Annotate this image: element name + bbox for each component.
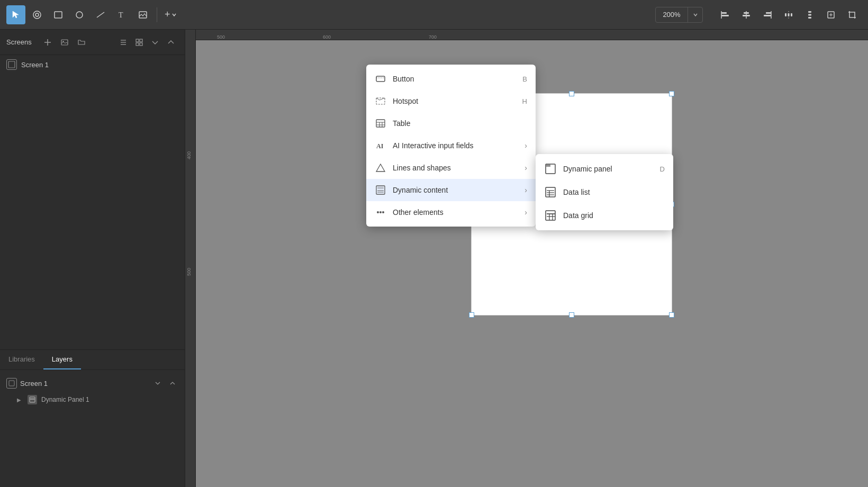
resize-handle-tr[interactable] xyxy=(669,91,674,96)
ruler-ticks xyxy=(196,30,868,40)
add-folder-btn[interactable] xyxy=(74,35,89,50)
svg-rect-58 xyxy=(546,187,555,197)
separator-1 xyxy=(157,7,157,22)
dynamic-submenu: Dynamic panel D Data list Data grid xyxy=(536,154,673,230)
screens-actions xyxy=(40,35,89,50)
select-tool[interactable] xyxy=(6,5,25,24)
svg-point-55 xyxy=(382,211,384,213)
view-toggles xyxy=(116,35,178,50)
align-center-btn[interactable] xyxy=(737,5,756,24)
dynamic-panel-shortcut: D xyxy=(660,165,665,173)
shapes-icon xyxy=(375,162,386,174)
ai-icon: AI xyxy=(375,140,386,151)
svg-point-53 xyxy=(377,211,379,213)
pen-tool[interactable] xyxy=(28,5,47,24)
left-sidebar: Screens xyxy=(0,30,185,487)
data-grid-icon xyxy=(544,209,557,222)
menu-item-hotspot[interactable]: Hotspot H xyxy=(366,90,536,112)
submenu-item-dynamic-panel[interactable]: Dynamic panel D xyxy=(536,157,673,181)
shapes-submenu-arrow: › xyxy=(525,164,527,172)
svg-rect-35 xyxy=(30,397,35,402)
svg-text:AI: AI xyxy=(376,142,384,150)
circle-tool[interactable] xyxy=(70,5,89,24)
resize-handle-bl[interactable] xyxy=(469,312,474,318)
zoom-dropdown-btn[interactable] xyxy=(688,7,702,22)
add-menu: Button B Hotspot H Table AI xyxy=(366,65,536,227)
svg-rect-18 xyxy=(791,13,792,16)
resize-handle-tm[interactable] xyxy=(569,91,574,96)
svg-line-40 xyxy=(376,98,379,100)
layer-item-name: Dynamic Panel 1 xyxy=(41,396,89,403)
svg-rect-16 xyxy=(785,13,786,16)
layers-tabs: Libraries Layers xyxy=(0,350,185,370)
resize-btn[interactable] xyxy=(821,5,840,24)
menu-item-ai[interactable]: AI AI Interactive input fields › xyxy=(366,134,536,157)
ruler-mark-400: 400 xyxy=(186,151,192,159)
crop-btn[interactable] xyxy=(843,5,862,24)
layer-expand-btn[interactable]: ▶ xyxy=(15,395,23,404)
menu-item-dynamic-label: Dynamic content xyxy=(393,186,518,194)
add-screen-btn[interactable] xyxy=(40,35,55,50)
dynamic-panel-label: Dynamic panel xyxy=(563,165,654,173)
data-list-icon xyxy=(544,186,557,199)
svg-rect-7 xyxy=(721,12,727,14)
menu-item-shapes-label: Lines and shapes xyxy=(393,164,518,172)
resize-handle-br[interactable] xyxy=(669,312,674,318)
screen-1-item[interactable]: Screen 1 xyxy=(0,55,185,74)
svg-rect-31 xyxy=(136,43,139,46)
svg-rect-36 xyxy=(30,399,34,400)
sort-up-btn[interactable] xyxy=(164,35,178,50)
svg-rect-42 xyxy=(376,120,385,127)
add-image-btn[interactable] xyxy=(57,35,72,50)
image-tool[interactable] xyxy=(133,5,152,24)
rectangle-tool[interactable] xyxy=(49,5,68,24)
menu-item-hotspot-shortcut: H xyxy=(522,97,527,105)
layers-panel: Libraries Layers Screen 1 xyxy=(0,349,185,487)
svg-point-3 xyxy=(76,12,83,18)
grid-view-btn[interactable] xyxy=(132,35,147,50)
text-tool[interactable]: T xyxy=(112,5,131,24)
resize-handle-bm[interactable] xyxy=(569,312,574,318)
dynamic-panel-icon xyxy=(544,163,557,175)
distribute-h-btn[interactable] xyxy=(779,5,798,24)
layer-dynamic-panel-1[interactable]: ▶ Dynamic Panel 1 xyxy=(0,392,185,407)
svg-rect-33 xyxy=(8,61,15,68)
menu-item-other[interactable]: Other elements › xyxy=(366,201,536,223)
menu-item-dynamic[interactable]: Dynamic content › xyxy=(366,179,536,201)
line-tool[interactable] xyxy=(91,5,110,24)
svg-rect-20 xyxy=(808,11,811,13)
screen-icon xyxy=(6,59,17,70)
layers-screen-icon xyxy=(6,378,17,389)
zoom-input[interactable]: 200% xyxy=(656,8,688,21)
zoom-control[interactable]: 200% xyxy=(655,7,703,23)
align-right-btn[interactable] xyxy=(758,5,777,24)
data-grid-label: Data grid xyxy=(563,211,665,220)
menu-item-other-label: Other elements xyxy=(393,208,518,217)
add-button[interactable]: + xyxy=(161,5,180,24)
distribute-v-btn[interactable] xyxy=(800,5,819,24)
toolbar: T + 200% xyxy=(0,0,868,30)
submenu-item-data-grid[interactable]: Data grid xyxy=(536,204,673,227)
main-layout: Screens xyxy=(0,30,868,487)
layers-sort-up[interactable] xyxy=(167,377,178,389)
menu-item-button[interactable]: Button B xyxy=(366,68,536,90)
menu-item-table[interactable]: Table xyxy=(366,112,536,134)
screens-title: Screens xyxy=(6,38,32,46)
svg-rect-34 xyxy=(9,381,14,386)
layers-tab[interactable]: Layers xyxy=(43,350,81,369)
layers-content: Screen 1 ▶ Dynamic Panel 1 xyxy=(0,370,185,487)
submenu-item-data-list[interactable]: Data list xyxy=(536,181,673,204)
menu-item-shapes[interactable]: Lines and shapes › xyxy=(366,157,536,179)
svg-point-54 xyxy=(379,211,382,213)
dynamic-submenu-arrow: › xyxy=(525,186,527,194)
layers-sort-down[interactable] xyxy=(152,377,164,389)
svg-text:T: T xyxy=(119,11,123,19)
screen-1-label: Screen 1 xyxy=(21,61,49,69)
list-view-btn[interactable] xyxy=(116,35,131,50)
menu-item-hotspot-label: Hotspot xyxy=(393,97,516,105)
sort-down-btn[interactable] xyxy=(148,35,162,50)
layers-screen-header: Screen 1 xyxy=(0,374,185,392)
layers-screen-name: Screen 1 xyxy=(20,380,149,387)
align-left-btn[interactable] xyxy=(716,5,735,24)
libraries-tab[interactable]: Libraries xyxy=(0,350,43,369)
